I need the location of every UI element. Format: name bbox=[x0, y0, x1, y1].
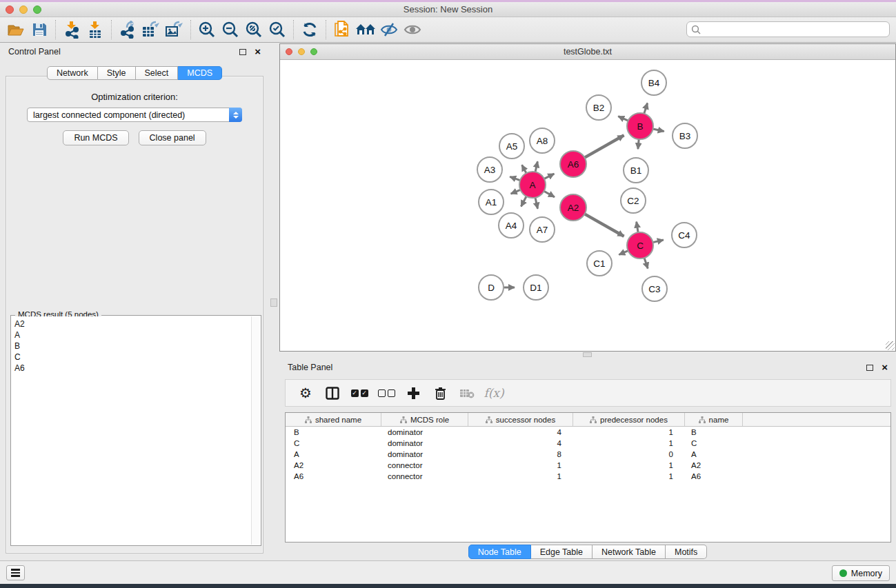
mcds-list-scrollbar[interactable] bbox=[251, 316, 260, 545]
network-window-titlebar[interactable]: testGlobe.txt bbox=[280, 44, 895, 60]
graph-node-A7[interactable]: A7 bbox=[530, 217, 555, 242]
graph-node-B3[interactable]: B3 bbox=[673, 123, 697, 148]
table-cell[interactable]: connector bbox=[381, 471, 468, 482]
graph-node-D1[interactable]: D1 bbox=[524, 275, 548, 300]
graph-edge-B-B1[interactable] bbox=[638, 139, 639, 149]
tab-style[interactable]: Style bbox=[98, 66, 136, 80]
graph-node-C1[interactable]: C1 bbox=[587, 251, 612, 276]
table-cell[interactable]: 1 bbox=[573, 438, 685, 449]
export-image-button[interactable] bbox=[163, 19, 186, 41]
graph-node-B4[interactable]: B4 bbox=[641, 70, 666, 95]
graph-node-B1[interactable]: B1 bbox=[624, 158, 648, 183]
memory-button[interactable]: Memory bbox=[832, 565, 890, 581]
graph-edge-A-A5[interactable] bbox=[522, 165, 526, 173]
function-builder-button[interactable]: f(x) bbox=[484, 383, 504, 403]
search-input[interactable] bbox=[704, 25, 885, 34]
graph-node-A4[interactable]: A4 bbox=[499, 213, 524, 238]
table-cell[interactable]: 4 bbox=[468, 427, 573, 438]
optimization-criterion-select[interactable]: largest connected component (directed) bbox=[27, 108, 242, 122]
hide-selected-button[interactable] bbox=[377, 19, 401, 41]
vertical-splitter[interactable] bbox=[269, 43, 279, 560]
column-header-shared-name[interactable]: shared name bbox=[286, 413, 381, 426]
run-mcds-button[interactable]: Run MCDS bbox=[63, 130, 128, 145]
open-session-button[interactable] bbox=[4, 19, 28, 41]
graph-edge-A-A7[interactable] bbox=[535, 198, 537, 209]
table-cell[interactable]: dominator bbox=[381, 449, 468, 460]
graph-node-B2[interactable]: B2 bbox=[586, 95, 611, 120]
graph-edge-C-C1[interactable] bbox=[619, 251, 628, 255]
table-row[interactable]: A2connector11A2 bbox=[286, 460, 890, 471]
mcds-result-item[interactable]: B bbox=[14, 341, 251, 352]
delete-column-button[interactable] bbox=[430, 383, 450, 403]
table-cell[interactable]: connector bbox=[381, 460, 468, 471]
close-table-panel-icon[interactable]: × bbox=[882, 364, 888, 371]
table-cell[interactable]: 1 bbox=[468, 471, 573, 482]
table-cell[interactable]: A2 bbox=[685, 460, 743, 471]
table-row[interactable]: Bdominator41B bbox=[286, 427, 890, 438]
table-settings-button[interactable]: ⚙ bbox=[295, 383, 316, 403]
graph-node-A5[interactable]: A5 bbox=[499, 134, 524, 159]
split-table-button[interactable] bbox=[322, 383, 343, 403]
tab-mcds[interactable]: MCDS bbox=[178, 66, 222, 80]
save-session-button[interactable] bbox=[28, 19, 51, 41]
table-cell[interactable]: A6 bbox=[685, 471, 743, 482]
import-network-button[interactable] bbox=[60, 19, 83, 41]
float-panel-icon[interactable] bbox=[239, 49, 246, 55]
table-cell[interactable]: B bbox=[685, 427, 743, 438]
tab-network[interactable]: Network bbox=[47, 66, 98, 80]
graph-edge-A-A3[interactable] bbox=[510, 176, 520, 180]
table-row[interactable]: A6connector11A6 bbox=[286, 471, 890, 482]
graph-node-A[interactable]: A bbox=[519, 172, 546, 198]
zoom-out-button[interactable] bbox=[219, 19, 242, 41]
refresh-network-button[interactable] bbox=[298, 19, 321, 41]
import-table-button[interactable] bbox=[83, 19, 107, 41]
graph-node-C2[interactable]: C2 bbox=[621, 188, 646, 213]
column-header-successor-nodes[interactable]: successor nodes bbox=[468, 413, 573, 426]
export-table-button[interactable] bbox=[139, 19, 163, 41]
graph-node-C4[interactable]: C4 bbox=[672, 223, 697, 247]
table-cell[interactable]: C bbox=[685, 438, 743, 449]
network-from-file-button[interactable] bbox=[330, 19, 354, 41]
graph-edge-A-A6[interactable] bbox=[544, 174, 554, 179]
tab-node-table[interactable]: Node Table bbox=[468, 545, 531, 559]
graph-edge-A2-C[interactable] bbox=[585, 214, 624, 236]
graph-edge-B-B2[interactable] bbox=[618, 116, 628, 121]
graph-edge-C-C2[interactable] bbox=[637, 222, 638, 233]
graph-node-A2[interactable]: A2 bbox=[560, 194, 586, 221]
add-column-button[interactable] bbox=[403, 383, 424, 403]
deselect-all-rows-button[interactable] bbox=[376, 383, 397, 403]
graph-edge-A6-B[interactable] bbox=[585, 135, 624, 157]
table-cell[interactable]: A2 bbox=[286, 460, 381, 471]
table-cell[interactable]: 0 bbox=[573, 449, 685, 460]
close-panel-button[interactable]: Close panel bbox=[139, 130, 206, 145]
search-box[interactable] bbox=[686, 21, 890, 37]
graph-edge-B-B4[interactable] bbox=[644, 103, 648, 114]
table-cell[interactable]: 1 bbox=[573, 427, 685, 438]
graph-node-D[interactable]: D bbox=[479, 275, 504, 300]
graph-node-C[interactable]: C bbox=[627, 232, 653, 258]
graph-node-A8[interactable]: A8 bbox=[530, 128, 555, 153]
column-header-name[interactable]: name bbox=[685, 413, 743, 426]
graph-edge-A-A1[interactable] bbox=[511, 190, 521, 194]
show-all-button[interactable] bbox=[401, 19, 424, 41]
mcds-result-item[interactable]: C bbox=[14, 352, 251, 363]
table-row[interactable]: Cdominator41C bbox=[286, 438, 890, 449]
table-cell[interactable]: 1 bbox=[573, 460, 685, 471]
tab-edge-table[interactable]: Edge Table bbox=[531, 545, 593, 559]
horizontal-splitter-handle[interactable] bbox=[583, 352, 592, 357]
graph-edge-A-A4[interactable] bbox=[521, 196, 526, 207]
table-cell[interactable]: A6 bbox=[286, 471, 381, 482]
export-network-button[interactable] bbox=[116, 19, 139, 41]
vertical-splitter-handle[interactable] bbox=[270, 298, 277, 307]
node-table[interactable]: shared nameMCDS rolesuccessor nodesprede… bbox=[285, 412, 891, 543]
graph-edge-C-C4[interactable] bbox=[653, 240, 663, 243]
home-button[interactable] bbox=[354, 19, 377, 41]
float-table-panel-icon[interactable] bbox=[866, 365, 873, 371]
table-cell[interactable]: dominator bbox=[381, 438, 468, 449]
tab-select[interactable]: Select bbox=[136, 66, 179, 80]
task-history-button[interactable] bbox=[6, 565, 25, 580]
tab-network-table[interactable]: Network Table bbox=[593, 545, 666, 559]
delete-table-button[interactable] bbox=[457, 383, 477, 403]
graph-edge-B-B3[interactable] bbox=[653, 129, 664, 131]
graph-node-A1[interactable]: A1 bbox=[479, 190, 504, 214]
